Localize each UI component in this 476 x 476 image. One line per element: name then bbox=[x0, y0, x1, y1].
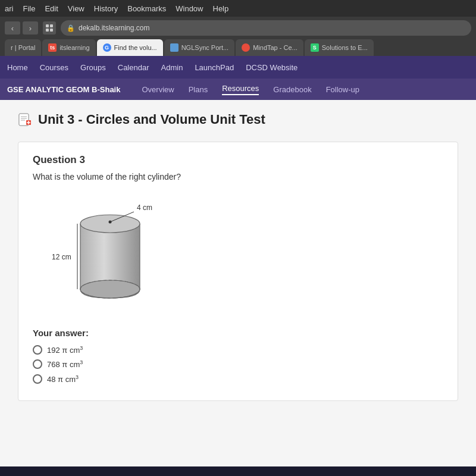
address-text: dekalb.itslearning.com bbox=[79, 24, 149, 32]
nav-buttons: ‹ › bbox=[5, 21, 38, 35]
browser-toolbar: ‹ › 🔒 dekalb.itslearning.com bbox=[5, 20, 471, 36]
tab-mindtap[interactable]: MindTap - Ce... bbox=[236, 39, 303, 56]
nav-calendar[interactable]: Calendar bbox=[118, 63, 149, 72]
svg-rect-1 bbox=[50, 24, 53, 27]
menu-item-history[interactable]: History bbox=[94, 4, 118, 13]
back-button[interactable]: ‹ bbox=[5, 21, 20, 35]
tab-nglsync[interactable]: NGLSync Port... bbox=[164, 39, 234, 56]
main-content: Unit 3 - Circles and Volume Unit Test Qu… bbox=[0, 100, 476, 466]
course-nav-overview[interactable]: Overview bbox=[142, 85, 174, 94]
radio-option-1[interactable] bbox=[33, 345, 42, 355]
cylinder-illustration: 4 cm 12 cm bbox=[45, 191, 176, 316]
app-navigation: Home Courses Groups Calendar Admin Launc… bbox=[0, 56, 476, 79]
option-text-1: 192 π cm3 bbox=[47, 345, 83, 355]
option-text-3: 48 π cm3 bbox=[47, 374, 79, 384]
lock-icon: 🔒 bbox=[67, 24, 75, 32]
quiz-file-icon bbox=[18, 112, 32, 127]
nav-admin[interactable]: Admin bbox=[161, 63, 183, 72]
course-nav-followup[interactable]: Follow-up bbox=[326, 85, 359, 94]
nav-home[interactable]: Home bbox=[7, 63, 28, 72]
menu-item-window[interactable]: Window bbox=[176, 4, 203, 13]
answer-section: Your answer: 192 π cm3 768 π cm3 48 π cm… bbox=[33, 328, 443, 384]
course-nav-resources[interactable]: Resources bbox=[222, 84, 259, 95]
nav-courses[interactable]: Courses bbox=[40, 63, 68, 72]
radio-option-3[interactable] bbox=[33, 374, 42, 384]
tab-switcher-icon[interactable] bbox=[43, 21, 56, 35]
svg-text:12 cm: 12 cm bbox=[52, 253, 71, 261]
answer-option-1[interactable]: 192 π cm3 bbox=[33, 345, 443, 355]
address-bar[interactable]: 🔒 dekalb.itslearning.com bbox=[61, 20, 471, 36]
question-text: What is the volume of the right cylinder… bbox=[33, 172, 443, 181]
os-menubar: ari File Edit View History Bookmarks Win… bbox=[0, 0, 476, 17]
answer-option-3[interactable]: 48 π cm3 bbox=[33, 374, 443, 384]
nav-dcsd-website[interactable]: DCSD Website bbox=[246, 63, 298, 72]
svg-rect-0 bbox=[46, 24, 49, 27]
option-text-2: 768 π cm3 bbox=[47, 359, 83, 369]
course-navigation: GSE ANALYTIC GEOM B-Shaik Overview Plans… bbox=[0, 79, 476, 100]
menu-item-help[interactable]: Help bbox=[213, 4, 229, 13]
forward-button[interactable]: › bbox=[23, 21, 38, 35]
question-section: Question 3 What is the volume of the rig… bbox=[18, 142, 458, 401]
svg-rect-2 bbox=[46, 29, 49, 32]
browser-chrome: ‹ › 🔒 dekalb.itslearning.com r | Portal … bbox=[0, 17, 476, 56]
menu-item-file[interactable]: File bbox=[23, 4, 35, 13]
menu-item-edit[interactable]: Edit bbox=[45, 4, 58, 13]
tab-find-volume[interactable]: G Find the volu... bbox=[97, 39, 163, 56]
tab-solutions[interactable]: S Solutions to E... bbox=[305, 39, 374, 56]
menu-item-ari[interactable]: ari bbox=[5, 4, 13, 13]
page-title-row: Unit 3 - Circles and Volume Unit Test bbox=[18, 112, 458, 127]
menu-item-view[interactable]: View bbox=[68, 4, 84, 13]
page-title: Unit 3 - Circles and Volume Unit Test bbox=[38, 112, 265, 127]
radio-option-2[interactable] bbox=[33, 359, 42, 369]
course-nav-gradebook[interactable]: Gradebook bbox=[273, 85, 311, 94]
answer-label: Your answer: bbox=[33, 328, 443, 338]
question-number: Question 3 bbox=[33, 154, 443, 166]
svg-rect-3 bbox=[50, 29, 53, 32]
nav-groups[interactable]: Groups bbox=[80, 63, 106, 72]
course-title: GSE ANALYTIC GEOM B-Shaik bbox=[7, 85, 120, 94]
answer-option-2[interactable]: 768 π cm3 bbox=[33, 359, 443, 369]
nav-launchpad[interactable]: LaunchPad bbox=[195, 63, 234, 72]
course-nav-plans[interactable]: Plans bbox=[189, 85, 208, 94]
menu-item-bookmarks[interactable]: Bookmarks bbox=[127, 4, 166, 13]
svg-point-14 bbox=[80, 215, 140, 233]
tab-itslearning[interactable]: ts itslearning bbox=[42, 39, 95, 56]
tab-portal[interactable]: r | Portal bbox=[5, 39, 41, 56]
svg-text:4 cm: 4 cm bbox=[137, 203, 152, 212]
browser-tabs: r | Portal ts itslearning G Find the vol… bbox=[5, 39, 471, 56]
